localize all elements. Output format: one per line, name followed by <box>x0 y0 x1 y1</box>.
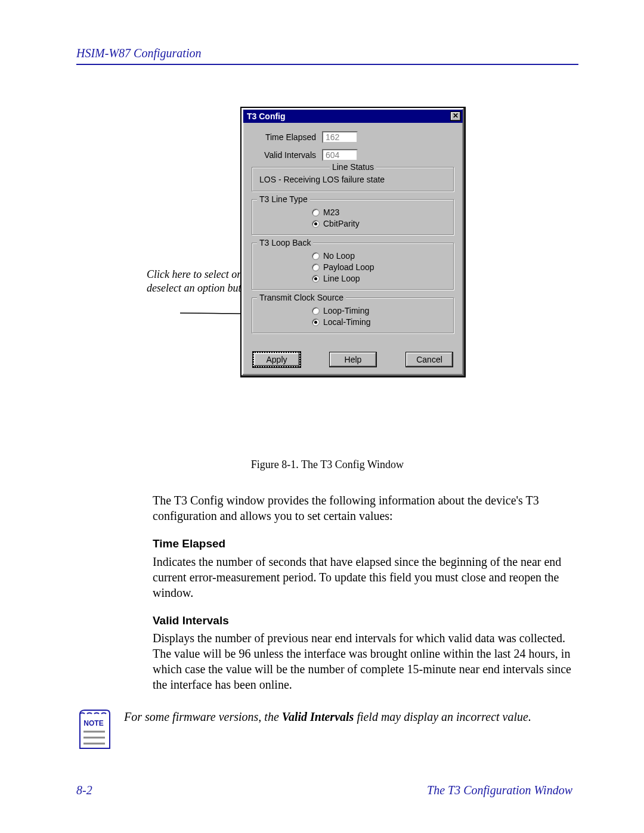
dialog-buttons: Apply Help Cancel <box>250 352 456 367</box>
radio-label: CbitParity <box>323 219 360 228</box>
t3-line-type-legend: T3 Line Type <box>257 194 310 204</box>
radio-cbitparity[interactable]: CbitParity <box>312 219 448 228</box>
radio-m23[interactable]: M23 <box>312 208 448 217</box>
t3-loop-back-legend: T3 Loop Back <box>257 238 313 247</box>
radio-icon[interactable] <box>312 209 320 216</box>
dialog-title: T3 Config <box>247 112 286 121</box>
transmit-clock-group: Transmit Clock Source Loop-Timing Local-… <box>252 298 454 334</box>
note-bold: Valid Intervals <box>282 710 354 723</box>
note-icon: NOTE <box>76 709 111 752</box>
radio-label: Local-Timing <box>323 317 371 327</box>
radio-line-loop[interactable]: Line Loop <box>312 274 448 283</box>
apply-button[interactable]: Apply <box>253 352 301 367</box>
line-status-text: LOS - Receiving LOS failure state <box>258 174 448 187</box>
header-text: HSIM-W87 Configuration <box>76 47 201 60</box>
valid-intervals-field <box>322 149 358 161</box>
valid-intervals-label: Valid Intervals <box>250 150 322 160</box>
page-header: HSIM-W87 Configuration <box>76 47 578 65</box>
radio-local-timing[interactable]: Local-Timing <box>312 317 448 327</box>
radio-icon[interactable] <box>312 275 320 283</box>
t3-line-type-group: T3 Line Type M23 CbitParity <box>252 199 454 236</box>
radio-loop-timing[interactable]: Loop-Timing <box>312 306 448 315</box>
radio-icon[interactable] <box>312 318 320 326</box>
radio-label: Loop-Timing <box>323 306 369 315</box>
cancel-button[interactable]: Cancel <box>405 352 453 367</box>
note-block: NOTE For some firmware versions, the Val… <box>76 709 578 752</box>
body-content: The T3 Config window provides the follow… <box>153 493 578 692</box>
radio-label: Payload Loop <box>323 262 374 272</box>
radio-label: Line Loop <box>323 274 360 283</box>
section-title: The T3 Configuration Window <box>427 784 572 797</box>
radio-icon[interactable] <box>312 307 320 315</box>
note-text: For some firmware versions, the Valid In… <box>124 709 531 724</box>
radio-no-loop[interactable]: No Loop <box>312 251 448 261</box>
note-suffix: field may display an incorrect value. <box>354 710 531 723</box>
figure-area: Click here to select or deselect an opti… <box>76 107 578 441</box>
time-elapsed-label: Time Elapsed <box>250 132 322 142</box>
page-footer: 8-2 The T3 Configuration Window <box>76 784 572 797</box>
time-elapsed-field <box>322 131 358 143</box>
t3-config-dialog: T3 Config ✕ Time Elapsed Valid Intervals… <box>240 107 466 377</box>
page-number: 8-2 <box>76 784 92 797</box>
close-icon[interactable]: ✕ <box>450 112 461 121</box>
time-elapsed-row: Time Elapsed <box>250 131 456 143</box>
radio-icon[interactable] <box>312 220 320 228</box>
t3-loop-back-group: T3 Loop Back No Loop Payload Loop Line L… <box>252 243 454 290</box>
line-status-legend: Line Status <box>330 162 376 172</box>
valid-intervals-paragraph: Displays the number of previous near end… <box>153 630 578 692</box>
valid-intervals-heading: Valid Intervals <box>153 614 578 628</box>
figure-caption: Figure 8-1. The T3 Config Window <box>76 459 578 471</box>
radio-label: M23 <box>323 208 339 217</box>
intro-paragraph: The T3 Config window provides the follow… <box>153 493 578 524</box>
radio-icon[interactable] <box>312 264 320 271</box>
time-elapsed-heading: Time Elapsed <box>153 537 578 552</box>
time-elapsed-paragraph: Indicates the number of seconds that hav… <box>153 554 578 600</box>
dialog-titlebar[interactable]: T3 Config ✕ <box>243 110 463 123</box>
line-status-group: Line Status LOS - Receiving LOS failure … <box>252 167 454 192</box>
transmit-clock-legend: Transmit Clock Source <box>257 293 346 302</box>
note-label: NOTE <box>83 719 103 727</box>
radio-payload-loop[interactable]: Payload Loop <box>312 262 448 272</box>
note-prefix: For some firmware versions, the <box>124 710 282 723</box>
help-button[interactable]: Help <box>329 352 377 367</box>
radio-label: No Loop <box>323 251 355 261</box>
radio-icon[interactable] <box>312 252 320 260</box>
valid-intervals-row: Valid Intervals <box>250 149 456 161</box>
